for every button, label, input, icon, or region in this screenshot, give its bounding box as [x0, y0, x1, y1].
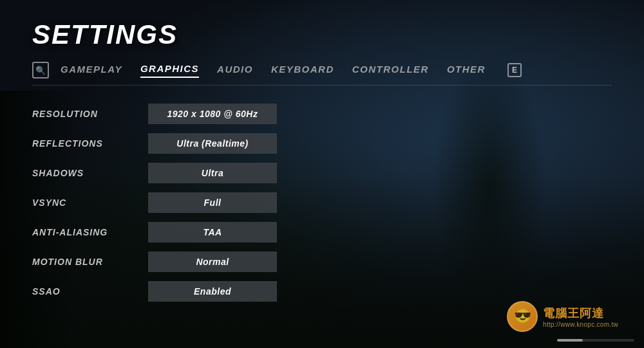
search-button[interactable]: 🔍	[32, 62, 49, 78]
shadows-label: SHADOWS	[32, 168, 148, 178]
setting-row-shadows: SHADOWS Ultra	[32, 163, 341, 183]
setting-row-motion-blur: Motion Blur Normal	[32, 252, 341, 272]
setting-row-ssao: SSAO Enabled	[32, 281, 341, 302]
setting-row-anti-aliasing: Anti-Aliasing TAA	[32, 222, 341, 243]
motion-blur-value[interactable]: Normal	[148, 252, 277, 272]
tab-other[interactable]: OTHER	[447, 64, 486, 77]
vsync-label: VSYNC	[32, 197, 148, 208]
anti-aliasing-label: Anti-Aliasing	[32, 227, 148, 237]
navigation-bar: 🔍 GAMEPLAY GRAPHICS AUDIO KEYBOARD CONTR…	[32, 62, 612, 86]
setting-row-resolution: RESOLUTION 1920 x 1080 @ 60Hz	[32, 104, 341, 124]
resolution-label: RESOLUTION	[32, 109, 148, 119]
setting-row-reflections: REFLECTIONS Ultra (Realtime)	[32, 133, 341, 154]
nav-badge: E	[507, 63, 522, 77]
motion-blur-label: Motion Blur	[32, 257, 148, 267]
search-icon: 🔍	[35, 66, 46, 75]
ssao-label: SSAO	[32, 286, 148, 297]
settings-list: RESOLUTION 1920 x 1080 @ 60Hz REFLECTION…	[32, 104, 341, 302]
main-container: SETTINGS 🔍 GAMEPLAY GRAPHICS AUDIO KEYBO…	[0, 0, 644, 348]
tab-controller[interactable]: CONTROLLER	[352, 64, 429, 77]
reflections-label: REFLECTIONS	[32, 138, 148, 149]
tab-keyboard[interactable]: KEYBOARD	[271, 64, 334, 77]
shadows-value[interactable]: Ultra	[148, 163, 277, 183]
tab-audio[interactable]: AUDIO	[217, 64, 253, 77]
vsync-value[interactable]: Full	[148, 192, 277, 213]
resolution-value[interactable]: 1920 x 1080 @ 60Hz	[148, 104, 277, 124]
ssao-value[interactable]: Enabled	[148, 281, 277, 302]
setting-row-vsync: VSYNC Full	[32, 192, 341, 213]
anti-aliasing-value[interactable]: TAA	[148, 222, 277, 243]
page-title: SETTINGS	[32, 19, 612, 50]
reflections-value[interactable]: Ultra (Realtime)	[148, 133, 277, 154]
tab-graphics[interactable]: GRAPHICS	[140, 63, 199, 78]
tab-gameplay[interactable]: GAMEPLAY	[61, 64, 122, 77]
